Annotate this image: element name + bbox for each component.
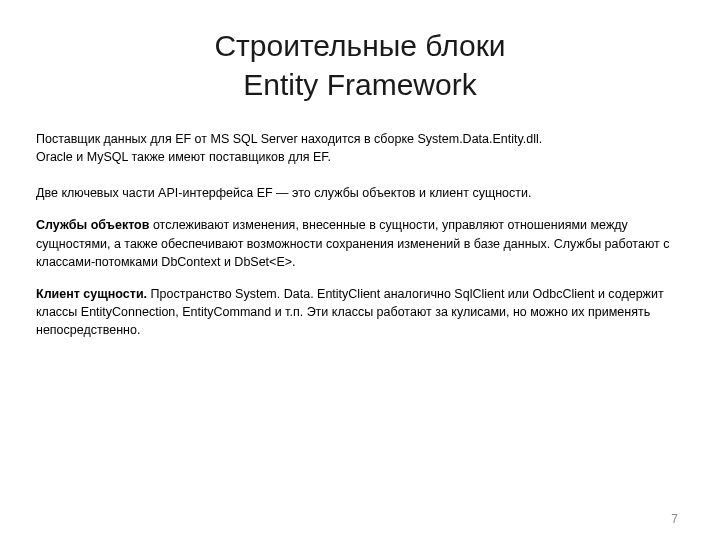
page-number: 7 (671, 512, 678, 526)
title-line-1: Строительные блоки (214, 29, 505, 62)
paragraph-2: Две ключевых части API-интерфейса EF — э… (36, 184, 684, 202)
slide-title: Строительные блоки Entity Framework (36, 26, 684, 104)
body: Поставщик данных для EF от MS SQL Server… (36, 130, 684, 339)
p1-line-a: Поставщик данных для EF от MS SQL Server… (36, 132, 542, 146)
p2-text: Две ключевых части API-интерфейса EF — э… (36, 186, 531, 200)
title-line-2: Entity Framework (243, 68, 476, 101)
paragraph-4: Клиент сущности. Пространство System. Da… (36, 285, 684, 339)
p1-line-b: Oracle и MySQL также имеют поставщиков д… (36, 150, 331, 164)
paragraph-1: Поставщик данных для EF от MS SQL Server… (36, 130, 684, 166)
p3-bold: Службы объектов (36, 218, 149, 232)
p4-bold: Клиент сущности. (36, 287, 147, 301)
paragraph-3: Службы объектов отслеживают изменения, в… (36, 216, 684, 270)
